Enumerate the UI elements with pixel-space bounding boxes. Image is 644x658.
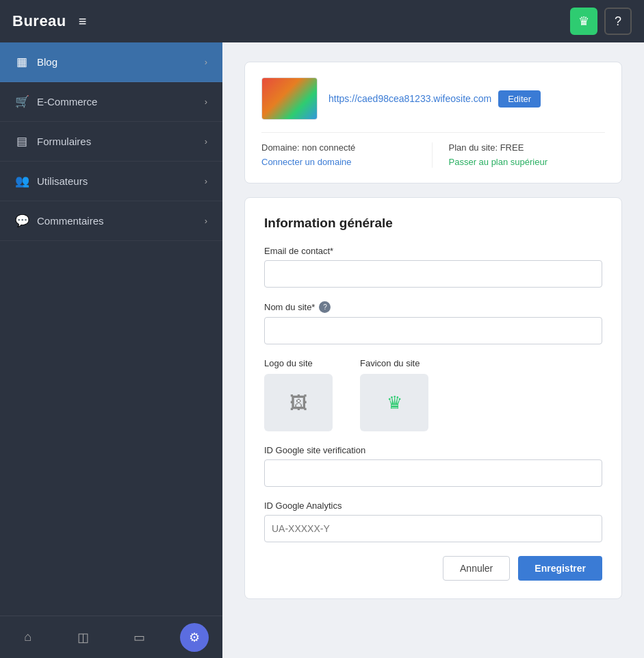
sidebar-label-formulaires: Formulaires bbox=[37, 136, 91, 147]
chevron-icon-formulaires: › bbox=[205, 136, 207, 147]
ecommerce-icon: 🛒 bbox=[15, 94, 29, 109]
commentaires-icon: 💬 bbox=[15, 214, 29, 228]
blog-icon: ▦ bbox=[15, 55, 29, 69]
formulaires-icon: ▤ bbox=[15, 134, 29, 149]
favicon-upload[interactable]: ♛ bbox=[360, 374, 428, 431]
favicon-label: Favicon du site bbox=[360, 358, 428, 368]
nav-home[interactable]: ⌂ bbox=[14, 623, 42, 652]
header: Bureau ≡ ♛ ? bbox=[0, 0, 644, 42]
google-verify-group: ID Google site verification bbox=[264, 445, 602, 487]
logo-favicon-row: Logo du site 🖼 Favicon du site ♛ bbox=[264, 358, 602, 431]
google-verify-label: ID Google site verification bbox=[264, 445, 602, 455]
chevron-icon-utilisateurs: › bbox=[205, 176, 207, 186]
help-icon[interactable]: ? bbox=[319, 301, 331, 313]
analytics-group: ID Google Analytics bbox=[264, 501, 602, 542]
sidebar-item-utilisateurs[interactable]: 👥 Utilisateurs › bbox=[0, 162, 222, 201]
sidebar-label-ecommerce: E-Commerce bbox=[37, 96, 97, 107]
site-url-link[interactable]: https://caed98cea81233.wifeosite.com bbox=[329, 93, 491, 104]
plan-label: Plan du site: FREE bbox=[449, 142, 606, 153]
email-field[interactable] bbox=[264, 260, 602, 288]
chevron-icon-commentaires: › bbox=[205, 216, 207, 226]
sidebar-item-formulaires[interactable]: ▤ Formulaires › bbox=[0, 122, 222, 162]
nav-tools[interactable]: ⚙ bbox=[180, 623, 209, 652]
chevron-icon-ecommerce: › bbox=[205, 97, 207, 107]
analytics-label: ID Google Analytics bbox=[264, 501, 602, 511]
site-thumbnail-image bbox=[262, 78, 317, 119]
connect-domain-link[interactable]: Connecter un domaine bbox=[261, 157, 352, 167]
content-area: https://caed98cea81233.wifeosite.com Edi… bbox=[222, 42, 644, 658]
menu-icon[interactable]: ≡ bbox=[79, 14, 87, 29]
sidebar-item-commentaires[interactable]: 💬 Commentaires › bbox=[0, 201, 222, 241]
domain-status-label: Domaine: non connecté bbox=[261, 142, 418, 153]
save-button[interactable]: Enregistrer bbox=[518, 556, 602, 581]
desktop-icon: ▭ bbox=[133, 630, 145, 645]
utilisateurs-icon: 👥 bbox=[15, 174, 29, 188]
domain-info: Domaine: non connecté Connecter un domai… bbox=[261, 142, 433, 168]
logo-upload[interactable]: 🖼 bbox=[264, 374, 333, 431]
sidebar-label-commentaires: Commentaires bbox=[37, 215, 104, 227]
sidebar-item-blog[interactable]: ▦ Blog › bbox=[0, 42, 222, 82]
site-card-bottom: Domaine: non connecté Connecter un domai… bbox=[261, 132, 605, 168]
site-name-label: Nom du site* ? bbox=[264, 301, 602, 313]
form-card: Information générale Email de contact* N… bbox=[244, 197, 622, 599]
site-thumbnail bbox=[261, 77, 318, 120]
sidebar: ▦ Blog › 🛒 E-Commerce › ▤ Formulaires › … bbox=[0, 42, 222, 658]
site-name-group: Nom du site* ? bbox=[264, 301, 602, 344]
main-layout: ▦ Blog › 🛒 E-Commerce › ▤ Formulaires › … bbox=[0, 42, 644, 658]
edit-button[interactable]: Editer bbox=[498, 90, 541, 107]
favicon-group: Favicon du site ♛ bbox=[360, 358, 428, 431]
sidebar-label-utilisateurs: Utilisateurs bbox=[37, 175, 88, 187]
app-title: Bureau bbox=[12, 12, 66, 30]
site-card: https://caed98cea81233.wifeosite.com Edi… bbox=[244, 62, 622, 184]
image-icon: 🖼 bbox=[289, 392, 307, 414]
site-name-field[interactable] bbox=[264, 317, 602, 344]
upgrade-plan-link[interactable]: Passer au plan supérieur bbox=[449, 157, 548, 167]
chevron-icon-blog: › bbox=[205, 57, 207, 67]
help-button[interactable]: ? bbox=[604, 8, 632, 35]
form-title: Information générale bbox=[264, 216, 602, 231]
cancel-button[interactable]: Annuler bbox=[443, 556, 510, 581]
home-icon: ⌂ bbox=[24, 630, 31, 644]
nav-desktop[interactable]: ▭ bbox=[125, 623, 153, 652]
logo-group: Logo du site 🖼 bbox=[264, 358, 333, 431]
email-group: Email de contact* bbox=[264, 246, 602, 288]
tools-icon: ⚙ bbox=[189, 630, 200, 645]
crown-favicon-icon: ♛ bbox=[387, 392, 402, 414]
save-icon: ◫ bbox=[77, 630, 89, 645]
site-url-area: https://caed98cea81233.wifeosite.com Edi… bbox=[329, 90, 541, 107]
form-actions: Annuler Enregistrer bbox=[264, 556, 602, 581]
logo-label: Logo du site bbox=[264, 358, 333, 368]
bottom-nav: ⌂ ◫ ▭ ⚙ bbox=[0, 616, 222, 658]
analytics-field[interactable] bbox=[264, 515, 602, 542]
nav-save[interactable]: ◫ bbox=[69, 623, 98, 652]
site-card-top: https://caed98cea81233.wifeosite.com Edi… bbox=[261, 77, 605, 120]
plan-info: Plan du site: FREE Passer au plan supéri… bbox=[433, 142, 606, 168]
crown-button[interactable]: ♛ bbox=[570, 8, 597, 35]
google-verify-field[interactable] bbox=[264, 459, 602, 487]
sidebar-label-blog: Blog bbox=[37, 56, 57, 68]
header-actions: ♛ ? bbox=[570, 8, 632, 35]
sidebar-item-ecommerce[interactable]: 🛒 E-Commerce › bbox=[0, 82, 222, 122]
email-label: Email de contact* bbox=[264, 246, 602, 256]
